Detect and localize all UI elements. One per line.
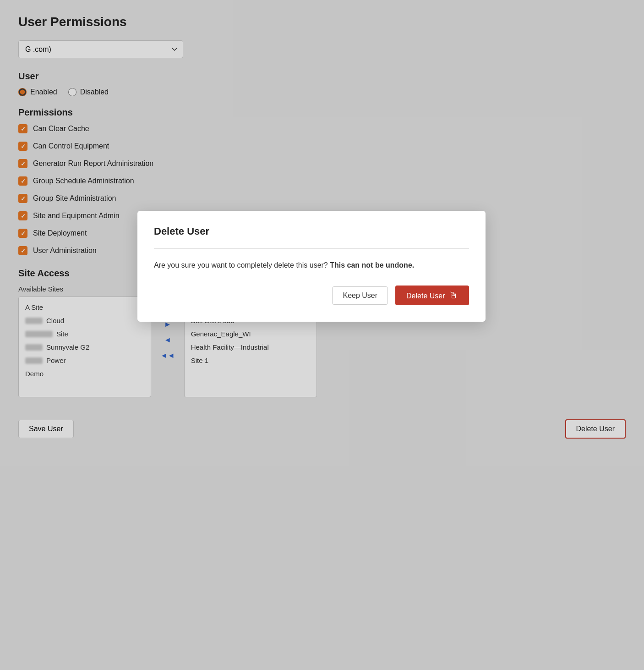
enabled-radio-label[interactable]: Enabled	[18, 88, 57, 96]
modal-body: Are you sure you want to completely dele…	[154, 260, 469, 271]
modal-divider	[154, 248, 469, 249]
modal-delete-user-button[interactable]: Delete User 🖱	[395, 286, 469, 305]
user-section: User Enabled Disabled	[18, 71, 626, 96]
keep-user-button[interactable]: Keep User	[332, 286, 388, 305]
bottom-buttons: Save User Delete User	[18, 412, 626, 439]
list-item[interactable]: Site 1	[185, 354, 317, 367]
user-administration-checkbox[interactable]	[18, 246, 27, 255]
modal-title: Delete User	[154, 225, 469, 237]
disabled-radio-label[interactable]: Disabled	[68, 88, 109, 96]
permissions-section-title: Permissions	[18, 107, 626, 118]
disabled-radio[interactable]	[68, 88, 76, 96]
permission-group-site-admin: Group Site Administration	[18, 194, 626, 203]
list-item[interactable]: Sunnyvale G2	[19, 340, 151, 354]
permission-can-control-equipment: Can Control Equipment	[18, 142, 626, 151]
blur-block	[25, 344, 43, 351]
user-select-row: G .com)	[18, 40, 626, 58]
can-control-equipment-checkbox[interactable]	[18, 142, 27, 151]
delete-user-button-outlined[interactable]: Delete User	[565, 419, 626, 439]
can-clear-cache-checkbox[interactable]	[18, 124, 27, 133]
list-item[interactable]: Power	[19, 354, 151, 367]
user-status-radio-group: Enabled Disabled	[18, 88, 626, 96]
site-deployment-label: Site Deployment	[33, 229, 87, 237]
modal-actions: Keep User Delete User 🖱	[154, 286, 469, 305]
site-label: Site	[56, 330, 68, 338]
move-all-left-button[interactable]: ◄◄	[158, 350, 178, 361]
list-item[interactable]: A Site	[19, 301, 151, 314]
cursor-icon: 🖱	[449, 290, 458, 301]
site-cloud-label: Cloud	[46, 317, 64, 324]
sunnyvale-label: Sunnyvale G2	[46, 343, 89, 351]
modal-body-text: Are you sure you want to completely dele…	[154, 261, 328, 269]
group-schedule-admin-label: Group Schedule Administration	[33, 177, 134, 185]
list-item[interactable]: Demo	[19, 367, 151, 380]
power-label: Power	[46, 357, 66, 364]
group-site-admin-label: Group Site Administration	[33, 194, 116, 203]
user-section-title: User	[18, 71, 626, 82]
save-user-button[interactable]: Save User	[18, 420, 74, 438]
page-title: User Permissions	[18, 15, 626, 29]
delete-user-modal: Delete User Are you sure you want to com…	[137, 211, 486, 322]
list-item[interactable]: Site	[19, 327, 151, 340]
list-item[interactable]: Cloud	[19, 314, 151, 327]
modal-body-bold: This can not be undone.	[330, 261, 414, 269]
disabled-radio-text: Disabled	[80, 88, 109, 96]
list-item[interactable]: Health Facility—Industrial	[185, 340, 317, 354]
available-sites-label: Available Sites	[18, 285, 151, 293]
modal-delete-label: Delete User	[406, 292, 445, 300]
list-item[interactable]: Generac_Eagle_WI	[185, 327, 317, 340]
generator-run-report-label: Generator Run Report Administration	[33, 159, 153, 168]
enabled-radio-text: Enabled	[30, 88, 57, 96]
site-deployment-checkbox[interactable]	[18, 229, 27, 238]
site-equipment-admin-checkbox[interactable]	[18, 211, 27, 220]
user-dropdown[interactable]: G .com)	[18, 40, 183, 58]
blur-block	[25, 318, 43, 324]
available-sites-column: Available Sites A Site Cloud Site Sunnyv…	[18, 285, 151, 397]
move-left-button[interactable]: ◄	[161, 335, 174, 346]
blur-block	[25, 331, 53, 337]
permission-group-schedule-admin: Group Schedule Administration	[18, 176, 626, 186]
available-sites-list[interactable]: A Site Cloud Site Sunnyvale G2	[18, 297, 151, 397]
can-clear-cache-label: Can Clear Cache	[33, 125, 89, 133]
group-schedule-admin-checkbox[interactable]	[18, 176, 27, 186]
user-administration-label: User Administration	[33, 247, 97, 255]
can-control-equipment-label: Can Control Equipment	[33, 142, 109, 150]
blur-block	[25, 357, 43, 364]
group-site-admin-checkbox[interactable]	[18, 194, 27, 203]
permission-generator-run-report: Generator Run Report Administration	[18, 159, 626, 168]
generator-run-report-checkbox[interactable]	[18, 159, 27, 168]
enabled-radio[interactable]	[18, 88, 27, 96]
permission-can-clear-cache: Can Clear Cache	[18, 124, 626, 133]
site-equipment-admin-label: Site and Equipment Admin	[33, 212, 120, 220]
